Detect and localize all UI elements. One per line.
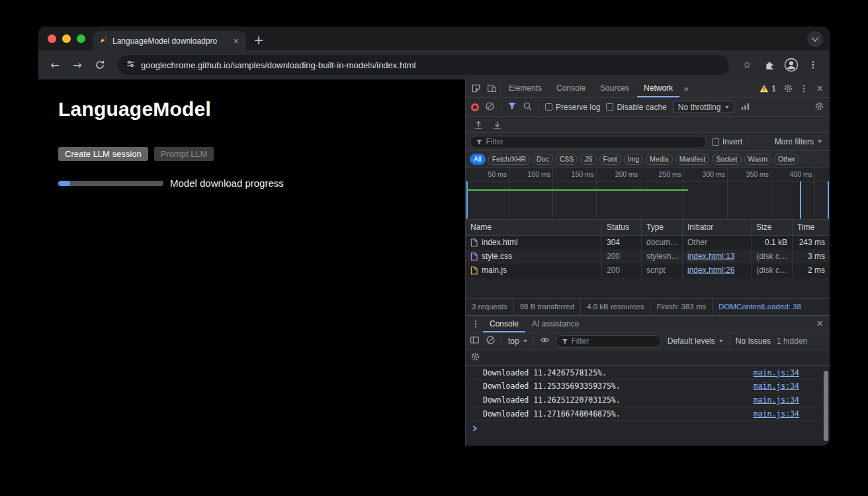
timeline-tick: 50 ms bbox=[466, 168, 509, 181]
import-har-icon[interactable] bbox=[471, 117, 486, 132]
minimize-window-button[interactable] bbox=[62, 34, 71, 43]
console-sidebar-icon[interactable] bbox=[470, 335, 480, 347]
more-filters-dropdown[interactable]: More filters bbox=[775, 137, 826, 146]
source-link[interactable]: main.js:34 bbox=[754, 395, 799, 405]
console-settings-gear-icon[interactable] bbox=[470, 352, 480, 364]
search-icon[interactable] bbox=[523, 101, 533, 113]
clear-network-log-icon[interactable] bbox=[485, 101, 495, 113]
clear-console-icon[interactable] bbox=[486, 335, 496, 347]
chip-doc[interactable]: Doc bbox=[533, 154, 553, 165]
summary-requests: 3 requests bbox=[466, 299, 514, 315]
network-toolbar: Preserve log Disable cache No throttling bbox=[466, 98, 830, 117]
chip-socket[interactable]: Socket bbox=[712, 154, 741, 165]
chip-media[interactable]: Media bbox=[646, 154, 673, 165]
request-row-main-js[interactable]: main.js 200 script index.html:26 (disk c… bbox=[466, 264, 830, 277]
chip-fetch-xhr[interactable]: Fetch/XHR bbox=[488, 154, 530, 165]
log-levels-select[interactable]: Default levels bbox=[668, 336, 723, 346]
device-toolbar-icon[interactable] bbox=[484, 81, 499, 96]
site-settings-icon[interactable] bbox=[126, 59, 135, 71]
console-scrollbar[interactable] bbox=[824, 371, 828, 441]
chip-js[interactable]: JS bbox=[580, 154, 596, 165]
network-overview-timeline: 50 ms 100 ms 150 ms 200 ms 250 ms 300 ms… bbox=[466, 168, 830, 220]
console-filter-input[interactable] bbox=[556, 335, 662, 348]
filter-text-field[interactable] bbox=[486, 137, 701, 146]
tab-network[interactable]: Network bbox=[637, 79, 679, 97]
source-link[interactable]: main.js:34 bbox=[754, 409, 799, 419]
bookmark-star-icon[interactable]: ☆ bbox=[737, 55, 757, 75]
console-drawer: Console AI assistance × top bbox=[466, 315, 830, 446]
network-settings-gear-icon[interactable] bbox=[814, 101, 824, 113]
request-initiator: Other bbox=[683, 236, 752, 250]
console-filter-field[interactable] bbox=[572, 336, 656, 346]
col-time[interactable]: Time bbox=[793, 220, 830, 235]
hidden-messages-count[interactable]: 1 hidden bbox=[777, 336, 807, 346]
close-window-button[interactable] bbox=[48, 34, 56, 43]
network-conditions-icon[interactable] bbox=[740, 101, 750, 113]
live-expression-eye-icon[interactable] bbox=[540, 335, 550, 347]
drawer-menu-icon[interactable] bbox=[468, 317, 483, 331]
request-row-style-css[interactable]: style.css 200 stylesh… index.html:13 (di… bbox=[466, 250, 830, 264]
inspect-element-icon[interactable] bbox=[468, 81, 483, 96]
preserve-log-checkbox[interactable]: Preserve log bbox=[545, 103, 600, 112]
tab-strip: LanguageModel downloadpro × + bbox=[38, 26, 830, 50]
prompt-llm-button[interactable]: Prompt LLM bbox=[154, 147, 214, 161]
drawer-tab-console[interactable]: Console bbox=[483, 316, 525, 332]
request-row-index-html[interactable]: index.html 304 docum… Other 0.1 kB 243 m… bbox=[466, 236, 830, 250]
chip-img[interactable]: Img bbox=[624, 154, 644, 165]
chip-other[interactable]: Other bbox=[774, 154, 799, 165]
devtools-menu-icon[interactable] bbox=[797, 81, 811, 96]
initiator-link[interactable]: index.html:26 bbox=[687, 266, 734, 275]
browser-toolbar: ← → googlechrome.github.io/samples/downl… bbox=[38, 50, 830, 79]
zoom-window-button[interactable] bbox=[77, 34, 85, 43]
col-status[interactable]: Status bbox=[602, 220, 642, 235]
tab-elements[interactable]: Elements bbox=[502, 79, 548, 97]
chevron-down-icon bbox=[811, 34, 818, 41]
drawer-close-icon[interactable]: × bbox=[812, 317, 827, 331]
issues-counter[interactable]: No Issues bbox=[736, 336, 771, 346]
tab-search-button[interactable] bbox=[807, 31, 823, 47]
source-link[interactable]: main.js:34 bbox=[754, 368, 799, 377]
source-link[interactable]: main.js:34 bbox=[754, 381, 799, 391]
col-initiator[interactable]: Initiator bbox=[683, 220, 752, 235]
address-bar[interactable]: googlechrome.github.io/samples/downloadi… bbox=[118, 55, 729, 75]
console-prompt[interactable] bbox=[466, 421, 830, 434]
record-network-log-button[interactable] bbox=[471, 103, 479, 111]
export-har-icon[interactable] bbox=[490, 117, 504, 132]
chip-all[interactable]: All bbox=[470, 154, 486, 165]
funnel-icon bbox=[476, 138, 483, 146]
initiator-link[interactable]: index.html:13 bbox=[687, 252, 734, 261]
create-llm-session-button[interactable]: Create LLM session bbox=[58, 147, 148, 161]
chip-wasm[interactable]: Wasm bbox=[744, 154, 771, 165]
col-type[interactable]: Type bbox=[642, 220, 683, 235]
filter-toggle-icon[interactable] bbox=[507, 101, 517, 113]
new-tab-button[interactable]: + bbox=[250, 32, 267, 48]
col-size[interactable]: Size bbox=[752, 220, 793, 235]
more-tabs-icon[interactable]: » bbox=[681, 83, 692, 94]
tab-sources[interactable]: Sources bbox=[593, 79, 636, 97]
invert-checkbox[interactable]: Invert bbox=[712, 137, 742, 146]
network-filter-input[interactable] bbox=[470, 136, 707, 148]
execution-context-select[interactable]: top bbox=[508, 336, 527, 346]
devtools-close-icon[interactable]: × bbox=[812, 81, 827, 96]
col-name[interactable]: Name bbox=[466, 220, 602, 235]
tab-console[interactable]: Console bbox=[550, 79, 592, 97]
chip-manifest[interactable]: Manifest bbox=[675, 154, 710, 165]
tab-close-icon[interactable]: × bbox=[232, 36, 240, 46]
browser-tab[interactable]: LanguageModel downloadpro × bbox=[93, 31, 246, 50]
browser-menu-icon[interactable] bbox=[803, 55, 823, 75]
preserve-log-label: Preserve log bbox=[556, 103, 600, 112]
disable-cache-checkbox[interactable]: Disable cache bbox=[606, 103, 666, 112]
throttling-select[interactable]: No throttling bbox=[673, 101, 735, 113]
reload-button[interactable] bbox=[90, 55, 110, 75]
issues-badge[interactable]: 1 bbox=[756, 84, 779, 93]
profile-avatar[interactable] bbox=[782, 56, 801, 74]
chip-font[interactable]: Font bbox=[599, 154, 621, 165]
request-name: index.html bbox=[482, 236, 518, 250]
extensions-puzzle-icon[interactable] bbox=[760, 55, 779, 75]
devtools-settings-gear-icon[interactable] bbox=[781, 81, 795, 96]
chip-css[interactable]: CSS bbox=[556, 154, 578, 165]
back-button[interactable]: ← bbox=[45, 55, 65, 75]
forward-button[interactable]: → bbox=[67, 55, 87, 75]
request-time: 243 ms bbox=[793, 236, 830, 250]
drawer-tab-ai-assistance[interactable]: AI assistance bbox=[525, 316, 586, 332]
